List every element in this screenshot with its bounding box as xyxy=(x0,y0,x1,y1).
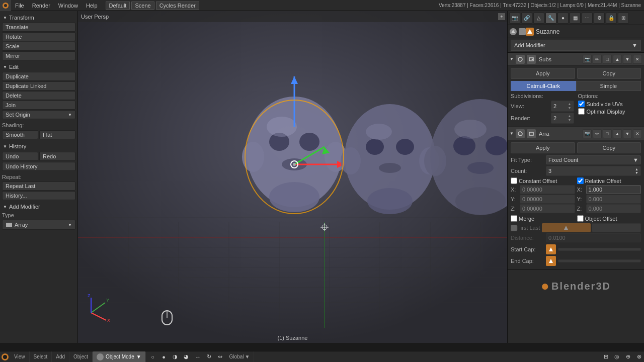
count-value[interactable]: 3 ▲ ▼ xyxy=(546,166,641,176)
mod-render-toggle[interactable]: 📷 xyxy=(583,55,592,64)
rp-icon-particles[interactable]: ⋯ xyxy=(582,13,593,24)
start-cap-icon-btn[interactable] xyxy=(546,244,556,254)
add-modifier-btn[interactable]: Add Modifier ▼ xyxy=(511,40,641,51)
repeat-last-btn[interactable]: Repeat Last xyxy=(2,182,75,191)
apply-btn-2[interactable]: Apply xyxy=(511,142,575,153)
scale-btn[interactable]: Scale xyxy=(2,42,75,51)
menu-window[interactable]: Window xyxy=(54,0,82,11)
rp-icon-object-data[interactable]: ⊞ xyxy=(618,13,629,24)
relative-offset-checkbox[interactable] xyxy=(577,177,584,184)
scale-icon[interactable]: ⇔ xyxy=(215,351,225,363)
shading-icon-3[interactable]: ◑ xyxy=(170,351,180,363)
copy-btn-2[interactable]: Copy xyxy=(577,142,641,153)
rp-icon-camera[interactable]: 📷 xyxy=(509,13,520,24)
optimal-display-checkbox[interactable] xyxy=(578,108,585,115)
orientation-icon[interactable]: ⊗ xyxy=(634,351,644,363)
transform-title[interactable]: Transform xyxy=(2,13,75,22)
fit-type-selector[interactable]: Fixed Count ▼ xyxy=(546,155,641,164)
object-offset-checkbox[interactable] xyxy=(577,215,584,222)
proportional-icon[interactable]: ◎ xyxy=(612,351,622,363)
render-engine-selector[interactable]: Cycles Render xyxy=(156,2,199,10)
flat-btn[interactable]: Flat xyxy=(39,130,75,139)
shading-icon-4[interactable]: ◕ xyxy=(181,351,191,363)
status-add[interactable]: Add xyxy=(52,351,69,363)
simple-tab[interactable]: Simple xyxy=(576,81,641,91)
end-cap-input[interactable] xyxy=(558,259,641,262)
mod-delete-btn[interactable]: ✕ xyxy=(633,55,642,64)
rotate-btn[interactable]: Rotate xyxy=(2,32,75,41)
array-type-selector[interactable]: Array ▼ xyxy=(2,220,75,230)
start-cap-input[interactable] xyxy=(558,248,641,251)
delete-btn[interactable]: Delete xyxy=(2,91,75,100)
pivot-icon[interactable]: ⊕ xyxy=(623,351,633,363)
rp-icon-modifier[interactable]: 🔧 xyxy=(545,13,556,24)
y-const-value[interactable]: 0.00000 xyxy=(520,195,575,204)
blender-logo-icon[interactable] xyxy=(0,0,11,11)
mod-edit-toggle[interactable]: ✏ xyxy=(593,55,602,64)
rp-icon-texture[interactable]: ▦ xyxy=(570,13,581,24)
end-cap-icon-btn[interactable] xyxy=(546,256,556,266)
x-const-value[interactable]: 0.00000 xyxy=(520,185,575,194)
mod2-up-btn[interactable]: ▲ xyxy=(613,129,622,138)
mod2-cage-toggle[interactable]: □ xyxy=(603,129,612,138)
rp-icon-material[interactable]: ● xyxy=(557,13,569,24)
mod-cage-toggle[interactable]: □ xyxy=(603,55,612,64)
view-value[interactable]: 2 ▲ ▼ xyxy=(551,101,574,112)
merge-checkbox[interactable] xyxy=(511,215,517,222)
constant-offset-checkbox[interactable] xyxy=(511,177,517,184)
copy-btn-1[interactable]: Copy xyxy=(577,68,641,79)
edit-title[interactable]: Edit xyxy=(2,62,75,71)
history-title[interactable]: History xyxy=(2,142,75,151)
z-const-value[interactable]: 0.00000 xyxy=(520,204,575,213)
duplicate-linked-btn[interactable]: Duplicate Linked xyxy=(2,81,75,90)
y-rel-value[interactable]: 0.000 xyxy=(586,195,641,204)
rotate-icon[interactable]: ↻ xyxy=(204,351,214,363)
count-up-arrow[interactable]: ▲ xyxy=(635,167,638,171)
render-down-arrow[interactable]: ▼ xyxy=(568,118,572,122)
smooth-btn[interactable]: Smooth xyxy=(2,130,38,139)
viewport[interactable]: User Persp + (1) Suzanne X Y Z xyxy=(78,11,507,343)
status-mode[interactable]: Object Mode ▼ xyxy=(93,351,146,363)
status-view[interactable]: View xyxy=(10,351,30,363)
undo-btn[interactable]: Undo xyxy=(2,152,38,161)
shading-icon-1[interactable]: ○ xyxy=(148,351,158,363)
x-rel-value[interactable]: 1.000 xyxy=(586,185,641,194)
view-down-arrow[interactable]: ▼ xyxy=(568,106,572,110)
add-modifier-title[interactable]: Add Modifier xyxy=(2,202,75,211)
mod2-down-btn[interactable]: ▼ xyxy=(623,129,632,138)
render-up-arrow[interactable]: ▲ xyxy=(568,114,572,118)
history-btn[interactable]: History... xyxy=(2,191,75,200)
set-origin-selector[interactable]: Set Origin ▼ xyxy=(2,110,75,119)
translate-icon[interactable]: ↔ xyxy=(193,351,203,363)
translate-btn[interactable]: Translate xyxy=(2,23,75,32)
apply-btn-1[interactable]: Apply xyxy=(511,68,575,79)
status-logo-icon[interactable] xyxy=(0,351,10,363)
rp-icon-constraints[interactable]: 🔒 xyxy=(606,13,617,24)
duplicate-btn[interactable]: Duplicate xyxy=(2,72,75,81)
mod2-render-toggle[interactable]: 📷 xyxy=(583,129,592,138)
mirror-btn[interactable]: Mirror xyxy=(2,51,75,60)
object-offset-icon[interactable] xyxy=(542,223,590,232)
join-btn[interactable]: Join xyxy=(2,101,75,110)
mod-down-btn[interactable]: ▼ xyxy=(623,55,632,64)
scene-mode-selector[interactable]: Default xyxy=(106,2,130,10)
mod2-edit-toggle[interactable]: ✏ xyxy=(593,129,602,138)
menu-help[interactable]: Help xyxy=(82,0,102,11)
status-object[interactable]: Object xyxy=(69,351,93,363)
shading-icon-2[interactable]: ● xyxy=(159,351,169,363)
undo-history-btn[interactable]: Undo History xyxy=(2,162,75,171)
menu-render[interactable]: Render xyxy=(28,0,54,11)
rp-icon-physics[interactable]: ⚙ xyxy=(594,13,605,24)
viewport-expand-btn[interactable]: + xyxy=(498,13,505,20)
object-offset-field[interactable] xyxy=(592,223,641,232)
redo-btn[interactable]: Redo xyxy=(39,152,75,161)
z-rel-value[interactable]: 0.000 xyxy=(586,204,641,213)
catmull-clark-tab[interactable]: Catmull-Clark xyxy=(511,81,576,91)
rp-icon-object[interactable]: 🔗 xyxy=(521,13,532,24)
mod-up-btn[interactable]: ▲ xyxy=(613,55,622,64)
status-select[interactable]: Select xyxy=(30,351,52,363)
subdivide-uvs-checkbox[interactable] xyxy=(578,101,585,107)
snap-icon[interactable]: ⊞ xyxy=(601,351,611,363)
rp-icon-mesh[interactable]: △ xyxy=(533,13,544,24)
scene-name-selector[interactable]: Scene xyxy=(131,2,154,10)
